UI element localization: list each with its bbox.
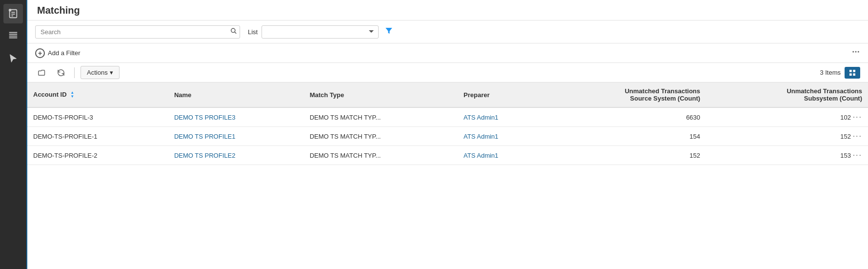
svg-point-14	[858, 51, 859, 53]
sort-icons[interactable]: ▲ ▼	[70, 91, 74, 99]
toolbar-divider	[74, 67, 75, 78]
table-row: DEMO-TS-PROFIL-3 DEMO TS PROFILE3 DEMO T…	[27, 107, 868, 127]
items-count: 3 Items	[820, 69, 841, 76]
col-unmatched-subsystem: Unmatched TransactionsSubsystem (Count)	[706, 83, 868, 107]
svg-line-11	[235, 32, 237, 34]
folder-button[interactable]	[35, 66, 50, 79]
row-more-button[interactable]: ···	[853, 151, 862, 160]
cell-unmatched-subsystem: 153 ···	[706, 146, 868, 165]
table-row: DEMO-TS-PROFILE-2 DEMO TS PROFILE2 DEMO …	[27, 146, 868, 165]
main-content: Matching List + Add a Filter	[27, 0, 868, 269]
sidebar-icon-list[interactable]	[3, 25, 23, 45]
svg-rect-18	[853, 73, 855, 76]
row-more-button[interactable]: ···	[853, 132, 862, 141]
col-preparer: Preparer	[458, 83, 544, 107]
svg-rect-15	[849, 70, 852, 72]
col-unmatched-source-label: Unmatched TransactionsSource System (Cou…	[625, 87, 700, 102]
main-table: Account ID ▲ ▼ Name Match Type Preparer	[27, 83, 868, 165]
table-header-row: Account ID ▲ ▼ Name Match Type Preparer	[27, 83, 868, 107]
cell-account-id: DEMO-TS-PROFILE-2	[27, 146, 168, 165]
actions-bar: Actions ▾ 3 Items	[27, 63, 868, 83]
col-account-id: Account ID ▲ ▼	[27, 83, 168, 107]
add-filter-label: Add a Filter	[48, 49, 80, 57]
actions-label: Actions	[87, 69, 108, 76]
svg-point-12	[852, 51, 854, 53]
cell-unmatched-subsystem: 102 ···	[706, 107, 868, 127]
col-name: Name	[168, 83, 304, 107]
cell-name[interactable]: DEMO TS PROFILE3	[168, 107, 304, 127]
cell-unmatched-subsystem: 152 ···	[706, 127, 868, 146]
filter-bar: + Add a Filter	[27, 43, 868, 63]
col-unmatched-source: Unmatched TransactionsSource System (Cou…	[544, 83, 706, 107]
col-match-type-label: Match Type	[310, 91, 344, 99]
table-row: DEMO-TS-PROFILE-1 DEMO TS PROFILE1 DEMO …	[27, 127, 868, 146]
list-label: List	[248, 28, 258, 36]
sidebar-icon-cursor	[3, 49, 23, 68]
table-container: Account ID ▲ ▼ Name Match Type Preparer	[27, 83, 868, 269]
search-button[interactable]	[230, 28, 237, 36]
cell-unmatched-source: 154	[544, 127, 706, 146]
page-header: Matching	[27, 0, 868, 21]
actions-left: Actions ▾	[35, 66, 120, 79]
svg-rect-16	[853, 70, 855, 72]
cell-name[interactable]: DEMO TS PROFILE2	[168, 146, 304, 165]
page-title: Matching	[37, 5, 858, 16]
add-filter-button[interactable]: + Add a Filter	[35, 48, 80, 58]
actions-chevron: ▾	[110, 69, 113, 76]
add-filter-icon: +	[35, 48, 45, 58]
row-more-button[interactable]: ···	[853, 113, 862, 122]
table-body: DEMO-TS-PROFIL-3 DEMO TS PROFILE3 DEMO T…	[27, 107, 868, 165]
svg-rect-17	[849, 73, 852, 76]
cell-preparer[interactable]: ATS Admin1	[458, 107, 544, 127]
sort-desc-icon: ▼	[70, 95, 74, 99]
cell-unmatched-source: 152	[544, 146, 706, 165]
search-input[interactable]	[35, 25, 240, 39]
col-match-type: Match Type	[304, 83, 458, 107]
cell-account-id: DEMO-TS-PROFILE-1	[27, 127, 168, 146]
svg-point-10	[231, 28, 235, 32]
filter-button[interactable]	[383, 24, 395, 39]
search-wrapper	[35, 25, 240, 39]
list-select[interactable]	[262, 25, 379, 39]
refresh-button[interactable]	[54, 66, 68, 79]
col-unmatched-subsystem-label: Unmatched TransactionsSubsystem (Count)	[787, 87, 862, 102]
col-name-label: Name	[174, 91, 191, 99]
svg-point-13	[855, 51, 857, 53]
svg-text:✓: ✓	[9, 10, 11, 12]
cell-match-type: DEMO TS MATCH TYP...	[304, 146, 458, 165]
grid-view-button[interactable]	[845, 67, 860, 79]
cell-preparer[interactable]: ATS Admin1	[458, 146, 544, 165]
search-toolbar: List	[27, 21, 868, 43]
sidebar: ✓	[0, 0, 27, 269]
sidebar-icon-matching[interactable]: ✓	[3, 4, 23, 23]
actions-right: 3 Items	[820, 67, 860, 79]
actions-dropdown-button[interactable]: Actions ▾	[81, 66, 120, 79]
more-options-button[interactable]	[851, 47, 860, 59]
cell-preparer[interactable]: ATS Admin1	[458, 127, 544, 146]
cell-match-type: DEMO TS MATCH TYP...	[304, 107, 458, 127]
cell-match-type: DEMO TS MATCH TYP...	[304, 127, 458, 146]
cell-unmatched-source: 6630	[544, 107, 706, 127]
col-preparer-label: Preparer	[464, 91, 489, 99]
col-account-id-label: Account ID	[33, 91, 67, 98]
cell-account-id: DEMO-TS-PROFIL-3	[27, 107, 168, 127]
cell-name[interactable]: DEMO TS PROFILE1	[168, 127, 304, 146]
